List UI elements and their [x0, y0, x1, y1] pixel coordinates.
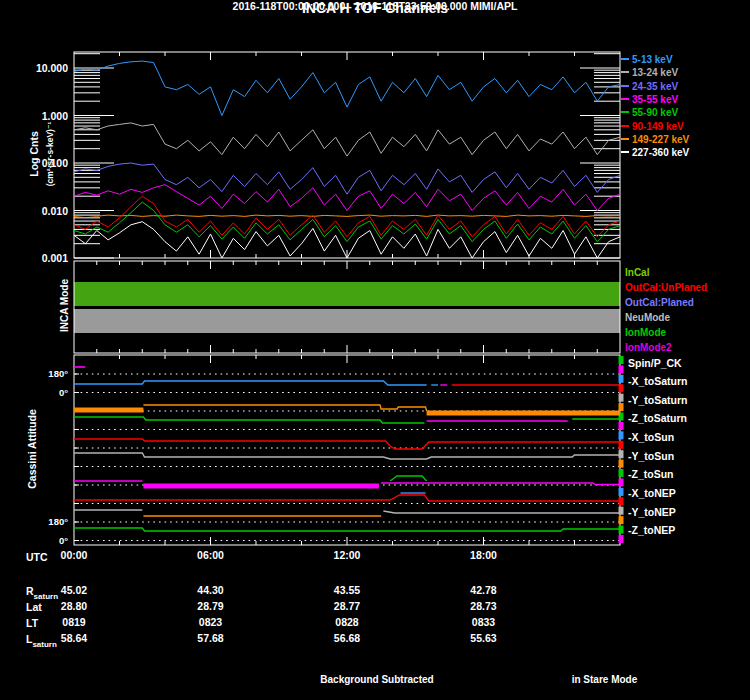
ephemeris-value: 28.73	[454, 600, 514, 612]
flux-ytick-label: 1.000	[4, 110, 68, 122]
row-label-main: Lat	[26, 601, 42, 613]
attitude-legend-item: -Z_toSun	[628, 468, 674, 480]
attitude-trace--Y_toSaturn	[143, 405, 426, 411]
attitude-trace--Z_toSaturn	[74, 417, 424, 423]
ephemeris-value: 0823	[181, 616, 241, 628]
legend-dash-icon	[621, 138, 629, 140]
inca-mode-axis-label: INCA Mode	[59, 196, 70, 416]
flux-ytick-label: 10.000	[4, 62, 68, 74]
attitude-trace--Y_toSun	[74, 453, 620, 459]
flux-ytick-label: 0.001	[4, 252, 68, 264]
attitude-edge-tick	[619, 516, 624, 524]
flux-trace-5-13keV	[74, 61, 620, 115]
attitude-legend-item: -Y_toSun	[628, 450, 674, 462]
flux-legend-item: 13-24 keV	[621, 67, 678, 78]
ephemeris-row-label: Lat	[26, 601, 42, 613]
ephemeris-value: 28.80	[44, 600, 104, 612]
attitude-edge-tick	[619, 422, 624, 430]
ephemeris-value: 42.78	[454, 584, 514, 596]
ephemeris-value: 57.68	[181, 632, 241, 644]
attitude-edge-tick	[619, 375, 624, 383]
ephemeris-value: 56.68	[317, 632, 377, 644]
attitude-legend-item: -X_toSun	[628, 431, 674, 443]
utc-tick-label: 12:00	[317, 549, 377, 561]
row-label-main: R	[26, 585, 34, 597]
ephemeris-value: 0833	[454, 616, 514, 628]
attitude-trace--Z_toSun	[390, 476, 426, 481]
flux-legend-label: 13-24 keV	[632, 67, 678, 78]
ephemeris-value: 43.55	[317, 584, 377, 596]
ephemeris-row-label: LT	[26, 617, 38, 629]
inca-mode-panel	[74, 261, 620, 353]
flux-trace-149-227keV	[74, 215, 620, 216]
tof-flux-panel	[74, 52, 620, 258]
background-subtracted-note: Background Subtracted	[252, 674, 502, 685]
attitude-edge-tick	[619, 394, 624, 402]
attitude-edge-tick	[619, 356, 624, 364]
attitude-legend-item: -Z_toNEP	[628, 524, 675, 536]
row-label-main: LT	[26, 617, 38, 629]
legend-dash-icon	[621, 111, 629, 113]
legend-dash-icon	[621, 98, 629, 100]
legend-dash-icon	[621, 71, 629, 73]
mode-legend-item: OutCal:UnPlaned	[625, 282, 707, 293]
flux-legend-item: 24-35 keV	[621, 81, 678, 92]
attitude-edge-tick	[619, 431, 624, 439]
utc-tick-label: 00:00	[44, 549, 104, 561]
mode-bar-ionmode	[74, 282, 620, 306]
attitude-trace--Y_toNEP	[383, 511, 620, 513]
plot-page: INCA H TOF Channels 2016-118T00:00:00.00…	[0, 0, 750, 700]
attitude-legend-item: -X_toSaturn	[628, 375, 688, 387]
attitude-edge-tick	[619, 460, 624, 468]
ephemeris-value: 44.30	[181, 584, 241, 596]
flux-legend-item: 90-149 keV	[621, 121, 684, 132]
mode-legend-item: InCal	[625, 267, 649, 278]
legend-dash-icon	[621, 85, 629, 87]
flux-legend-item: 5-13 keV	[621, 54, 673, 65]
flux-legend-label: 35-55 keV	[632, 94, 678, 105]
flux-axis-label: Log Cnts	[28, 44, 40, 264]
flux-legend-item: 149-227 keV	[621, 134, 689, 145]
attitude-trace--X_toSaturn	[74, 381, 427, 385]
ephemeris-value: 28.77	[317, 600, 377, 612]
attitude-edge-tick	[619, 365, 624, 373]
flux-legend-label: 55-90 keV	[632, 107, 678, 118]
attitude-ytick-label: 180°	[4, 368, 68, 379]
flux-legend-label: 149-227 keV	[632, 134, 689, 145]
flux-legend-label: 90-149 keV	[632, 121, 684, 132]
attitude-trace--Z_toSun	[381, 483, 620, 485]
flux-axis-units-label: (cm²-sr-s-keV)⁻¹	[45, 44, 55, 264]
flux-trace-24-35keV	[74, 163, 620, 194]
flux-legend-label: 227-360 keV	[632, 147, 689, 158]
attitude-ytick-label: 180°	[4, 516, 68, 527]
attitude-ytick-label: 0°	[4, 535, 68, 546]
attitude-legend-item: -Z_toSaturn	[628, 412, 687, 424]
time-range-subtitle: 2016-118T00:00:00.000 - 2016-118T23:59:0…	[0, 0, 750, 12]
flux-trace-13-24keV	[74, 123, 620, 156]
attitude-edge-tick	[619, 478, 624, 486]
mode-legend-item: OutCal:Planed	[625, 297, 694, 308]
mode-legend-item: NeuMode	[625, 312, 670, 323]
legend-dash-icon	[621, 151, 629, 153]
attitude-legend-item: -Y_toNEP	[628, 506, 676, 518]
utc-tick-label: 06:00	[181, 549, 241, 561]
attitude-ytick-label: 0°	[4, 387, 68, 398]
attitude-trace--Z_toNEP	[74, 528, 620, 531]
attitude-trace--X_toSun	[74, 439, 620, 449]
attitude-edge-tick	[619, 535, 624, 543]
legend-dash-icon	[621, 125, 629, 127]
stare-mode-note: in Stare Mode	[532, 674, 677, 685]
ephemeris-value: 0828	[317, 616, 377, 628]
ephemeris-value: 0819	[44, 616, 104, 628]
flux-legend-label: 5-13 keV	[632, 54, 673, 65]
flux-legend-item: 227-360 keV	[621, 147, 689, 158]
ephemeris-value: 28.79	[181, 600, 241, 612]
flux-legend-item: 35-55 keV	[621, 94, 678, 105]
flux-ytick-label: 0.100	[4, 157, 68, 169]
attitude-edge-tick	[619, 450, 624, 458]
flux-ytick-label: 0.010	[4, 205, 68, 217]
attitude-trace--X_toNEP	[74, 495, 620, 501]
attitude-edge-tick	[619, 469, 624, 477]
ephemeris-value: 45.02	[44, 584, 104, 596]
flux-legend-label: 24-35 keV	[632, 81, 678, 92]
